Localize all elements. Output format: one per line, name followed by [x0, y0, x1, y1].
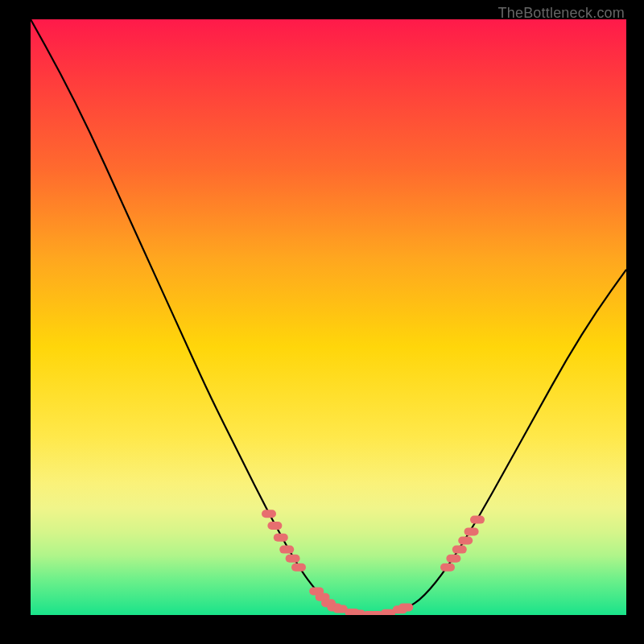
marker-point [286, 555, 300, 563]
marker-point [452, 546, 467, 554]
marker-point [267, 522, 282, 530]
marker-point [458, 537, 473, 545]
marker-point [262, 510, 276, 518]
curve-svg [31, 19, 626, 615]
marker-point [279, 546, 294, 554]
marker-point [470, 516, 485, 524]
chart-container: TheBottleneck.com [0, 0, 644, 644]
bottleneck-curve-path [31, 19, 626, 615]
marker-point [446, 555, 460, 563]
marker-point [274, 534, 288, 542]
marker-point [440, 564, 455, 572]
highlighted-points-group [262, 510, 485, 615]
marker-point [291, 564, 306, 572]
marker-point [464, 527, 479, 535]
plot-area [31, 19, 626, 615]
marker-point [398, 603, 413, 611]
